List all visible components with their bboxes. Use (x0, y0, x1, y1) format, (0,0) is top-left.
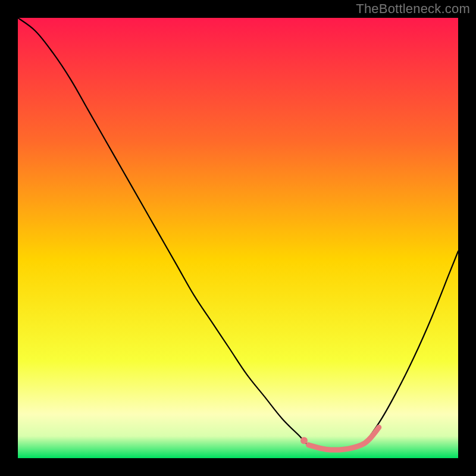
plot-area (18, 18, 458, 458)
chart-frame: TheBottleneck.com (0, 0, 476, 476)
gradient-background (18, 18, 458, 458)
highlight-dot (300, 437, 308, 444)
chart-svg (18, 18, 458, 458)
watermark-text: TheBottleneck.com (356, 1, 470, 17)
